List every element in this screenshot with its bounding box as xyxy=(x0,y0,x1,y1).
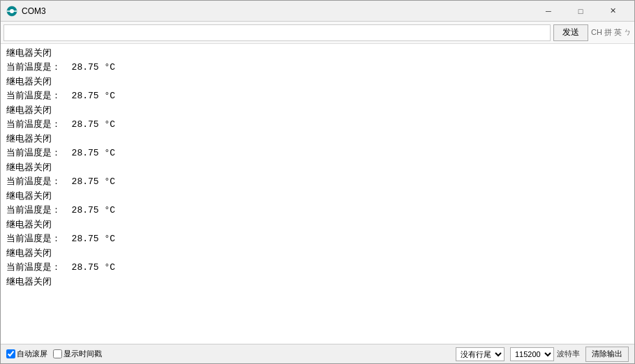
output-line: 当前温度是： 28.75 °C xyxy=(6,89,629,103)
output-line: 当前温度是： 28.75 °C xyxy=(6,204,629,218)
maximize-button[interactable]: □ xyxy=(565,1,597,22)
close-button[interactable]: ✕ xyxy=(597,1,629,22)
timestamp-item: 显示时间戳 xyxy=(53,349,102,359)
content-area: 继电器关闭当前温度是： 28.75 °C继电器关闭当前温度是： 28.75 °C… xyxy=(1,44,634,344)
output-line: 当前温度是： 28.75 °C xyxy=(6,261,629,275)
output-group: 继电器关闭当前温度是： 28.75 °C xyxy=(6,190,629,217)
output-line: 继电器关闭 xyxy=(6,190,629,204)
output-group: 继电器关闭当前温度是： 28.75 °C xyxy=(6,104,629,131)
svg-point-1 xyxy=(10,9,14,13)
output-line: 当前温度是： 28.75 °C xyxy=(6,146,629,160)
output-line: 继电器关闭 xyxy=(6,218,629,232)
output-line: 当前温度是： 28.75 °C xyxy=(6,118,629,132)
autoscroll-label: 自动滚屏 xyxy=(17,349,47,359)
send-button[interactable]: 发送 xyxy=(553,24,588,41)
window-title: COM3 xyxy=(22,6,532,16)
line-ending-item: 没有行尾换行回车CR+LF xyxy=(456,347,505,361)
output-line: 继电器关闭 xyxy=(6,75,629,89)
main-window: COM3 ─ □ ✕ 发送 CH 拼 英 ㄅ 继电器关闭当前温度是： 28.75… xyxy=(0,0,635,364)
minimize-button[interactable]: ─ xyxy=(532,1,565,22)
output-line: 继电器关闭 xyxy=(6,275,629,289)
output-line: 继电器关闭 xyxy=(6,132,629,146)
baud-rate-select[interactable]: 9600192003840057600115200 xyxy=(510,347,554,361)
clear-button[interactable]: 清除输出 xyxy=(585,347,629,362)
timestamp-label: 显示时间戳 xyxy=(64,349,102,359)
output-line: 当前温度是： 28.75 °C xyxy=(6,232,629,246)
autoscroll-checkbox[interactable] xyxy=(6,349,15,358)
serial-input[interactable] xyxy=(3,24,551,41)
title-bar: COM3 ─ □ ✕ xyxy=(1,1,634,22)
output-group: 继电器关闭当前温度是： 28.75 °C xyxy=(6,132,629,160)
output-group: 继电器关闭当前温度是： 28.75 °C xyxy=(6,218,629,245)
baud-rate-label: 波特率 xyxy=(557,349,580,359)
output-line: 当前温度是： 28.75 °C xyxy=(6,61,629,75)
status-bar: 自动滚屏 显示时间戳 没有行尾换行回车CR+LF 960019200384005… xyxy=(1,344,634,363)
timestamp-checkbox[interactable] xyxy=(53,349,62,358)
serial-output[interactable]: 继电器关闭当前温度是： 28.75 °C继电器关闭当前温度是： 28.75 °C… xyxy=(1,44,634,344)
output-line: 继电器关闭 xyxy=(6,247,629,261)
autoscroll-item: 自动滚屏 xyxy=(6,349,47,359)
window-controls: ─ □ ✕ xyxy=(532,1,629,22)
output-line: 当前温度是： 28.75 °C xyxy=(6,175,629,189)
toolbar: 发送 CH 拼 英 ㄅ xyxy=(1,22,634,44)
output-group: 继电器关闭当前温度是： 28.75 °C xyxy=(6,247,629,274)
output-group: 继电器关闭当前温度是： 28.75 °C xyxy=(6,161,629,188)
output-group: 继电器关闭当前温度是： 28.75 °C xyxy=(6,47,629,74)
output-line: 继电器关闭 xyxy=(6,161,629,175)
output-group: 继电器关闭当前温度是： 28.75 °C xyxy=(6,75,629,103)
output-group: 继电器关闭 xyxy=(6,275,629,289)
app-icon xyxy=(6,6,17,17)
ime-indicator: CH 拼 英 ㄅ xyxy=(591,27,632,38)
line-ending-select[interactable]: 没有行尾换行回车CR+LF xyxy=(456,347,505,361)
baud-rate-item: 9600192003840057600115200 波特率 xyxy=(510,347,580,361)
output-line: 继电器关闭 xyxy=(6,104,629,118)
output-line: 继电器关闭 xyxy=(6,47,629,61)
